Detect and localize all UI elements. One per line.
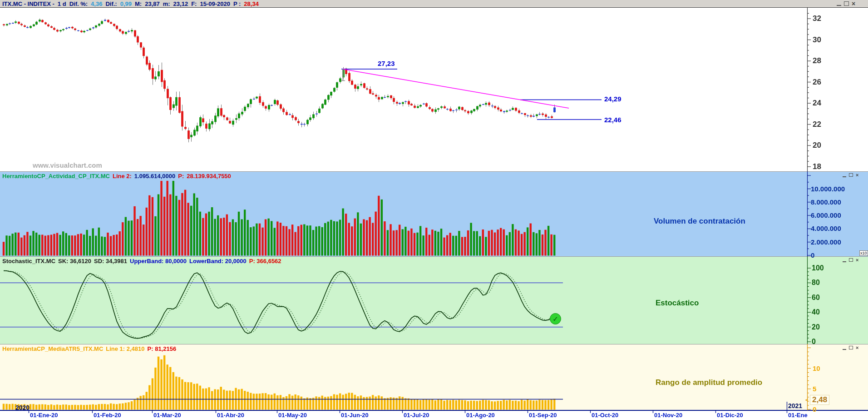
quote-field: 15-09-2020: [200, 0, 230, 7]
price-axis-label: 24: [813, 99, 821, 108]
close-icon[interactable]: ×: [856, 258, 858, 262]
close-icon[interactable]: ×: [852, 1, 855, 6]
visual-chart-window: ITX.MC - INDITEX -1 dDif. %:4,36Dif.:0,9…: [0, 0, 868, 419]
price-axis-label: 20: [813, 141, 821, 150]
quote-field: Dif.:: [105, 0, 117, 7]
quote-field: 0,99: [120, 0, 132, 7]
visualchart-watermark: www.visualchart.com: [33, 161, 102, 169]
quote-field: Dif. %:: [69, 0, 88, 7]
volume-axis-label: 4.000.000: [811, 224, 841, 232]
stochastic-indicator-header: Stochastic_ITX.MCSK: 36,6120SD: 34,3981U…: [2, 258, 284, 264]
x-axis-date-label: 01-Jun-20: [341, 412, 369, 419]
stochastic-header-field: UpperBand: 80,0000: [130, 258, 187, 264]
atr-value-arrow-icon: <: [805, 397, 808, 403]
quote-field: m:: [163, 0, 170, 7]
maximize-icon[interactable]: [849, 258, 853, 262]
atr-indicator-header: HerramientaCP_MediaATR5_ITX.MCLine 1: 2,…: [2, 345, 179, 352]
maximize-icon[interactable]: [849, 346, 853, 349]
atr-axis-label: 10: [813, 364, 820, 372]
price-axis-label: 28: [813, 56, 821, 65]
quote-field: P :: [233, 0, 241, 7]
stochastic-header-field: Stochastic_ITX.MC: [2, 258, 55, 264]
x-axis-date-label: 01-Oct-20: [592, 412, 618, 419]
x-axis-date-label: 01-Abr-20: [217, 412, 244, 419]
atr-current-value-badge: 2,48: [810, 395, 829, 405]
x-axis-date-label: 01-Feb-20: [94, 412, 121, 419]
stochastic-header-field: P: 366,6562: [249, 258, 281, 264]
price-axis-label: 18: [813, 162, 821, 171]
atr-header-field: P: 81,2156: [148, 345, 177, 352]
stochastic-axis-label: 40: [812, 308, 820, 316]
quote-field: F:: [191, 0, 197, 7]
volume-header-field: Line 2:: [113, 173, 132, 180]
close-icon[interactable]: ×: [856, 173, 858, 177]
x-axis-date-label: 01-Nov-20: [654, 412, 682, 419]
volume-axis-label: 6.000.000: [811, 211, 841, 219]
year-label-2020: 2020: [15, 404, 30, 411]
quote-field: 1 d: [58, 0, 66, 7]
chart-canvas[interactable]: [0, 0, 868, 419]
panel-window-controls: ×: [843, 258, 858, 262]
x-axis-date-label: 01-Sep-20: [529, 412, 557, 419]
x-axis-date-label: 01-May-20: [278, 412, 307, 419]
panel-window-controls: ×: [837, 1, 855, 6]
volume-axis-label: 10.000.000: [811, 185, 845, 193]
price-axis-label: 26: [813, 78, 821, 87]
panel-window-controls: ×: [843, 173, 858, 177]
volume-axis-label: 2.000.000: [811, 238, 841, 246]
volume-axis-label: 8.000.000: [811, 198, 841, 206]
volume-header-field: 1.095.614,0000: [134, 173, 175, 180]
volume-header-field: P:: [178, 173, 184, 180]
panel-window-controls: ×: [843, 345, 858, 350]
mid-support-price-annotation[interactable]: 24,29: [604, 95, 621, 103]
volume-indicator-header: HerramientoCP_Actividad_CP_ITX.MCLine 2:…: [2, 173, 234, 180]
low-support-price-annotation[interactable]: 22,46: [604, 116, 621, 124]
stochastic-side-label: Estocástico: [656, 299, 699, 308]
x-axis-date-label: 01-Ago-20: [466, 412, 495, 419]
close-icon[interactable]: ×: [856, 345, 858, 350]
atr-side-label: Rango de amplitud promedio: [656, 378, 762, 387]
atr-axis-label: 0: [813, 405, 816, 413]
x-axis-date-label: 01-Mar-20: [153, 412, 181, 419]
quote-field: 4,36: [91, 0, 102, 7]
volume-multiplier-badge: x10: [859, 250, 868, 256]
minimize-icon[interactable]: [843, 173, 846, 177]
quote-field: M:: [135, 0, 142, 7]
x-axis-date-label: 01-Ene: [788, 412, 808, 419]
x-axis-date-label: 01-Jul-20: [404, 412, 429, 419]
quote-field: 23,12: [173, 0, 188, 7]
quote-field: 28,34: [244, 0, 259, 7]
volume-header-field: HerramientoCP_Actividad_CP_ITX.MC: [2, 173, 110, 180]
maximize-icon[interactable]: [849, 173, 853, 177]
price-axis-label: 32: [813, 14, 821, 23]
minimize-icon[interactable]: [843, 258, 846, 262]
price-axis-label: 30: [813, 35, 821, 45]
price-axis-label: 22: [813, 120, 821, 129]
atr-axis-label: 5: [813, 385, 816, 393]
resistance-price-annotation[interactable]: 27,23: [378, 60, 395, 67]
quote-field: ITX.MC - INDITEX -: [2, 0, 54, 7]
stochastic-axis-label: 0: [812, 338, 816, 346]
stochastic-signal-check-icon[interactable]: ✓: [550, 313, 561, 324]
stochastic-header-field: LowerBand: 20,0000: [189, 258, 247, 264]
year-label-2021: 2021: [788, 402, 802, 409]
quote-field: 23,87: [145, 0, 160, 7]
volume-axis-label: 0: [811, 251, 814, 259]
stochastic-axis-label: 20: [812, 323, 820, 331]
volume-header-field: 28.139.934,7550: [187, 173, 231, 180]
atr-header-field: HerramientaCP_MediaATR5_ITX.MC: [2, 345, 103, 352]
minimize-icon[interactable]: [837, 1, 841, 6]
x-axis-date-label: 01-Ene-20: [30, 412, 58, 419]
stochastic-header-field: SD: 34,3981: [94, 258, 127, 264]
atr-header-field: Line 1: 2,4810: [106, 345, 144, 352]
x-axis-date-label: 01-Dic-20: [717, 412, 743, 419]
volume-side-label: Volumen de contratación: [654, 217, 745, 226]
stochastic-axis-label: 100: [812, 264, 824, 272]
stochastic-header-field: SK: 36,6120: [58, 258, 91, 264]
maximize-icon[interactable]: [844, 1, 849, 6]
stochastic-axis-label: 80: [812, 279, 820, 287]
quote-header-bar: ITX.MC - INDITEX -1 dDif. %:4,36Dif.:0,9…: [0, 0, 868, 8]
minimize-icon[interactable]: [843, 346, 846, 350]
stochastic-axis-label: 60: [812, 294, 820, 302]
